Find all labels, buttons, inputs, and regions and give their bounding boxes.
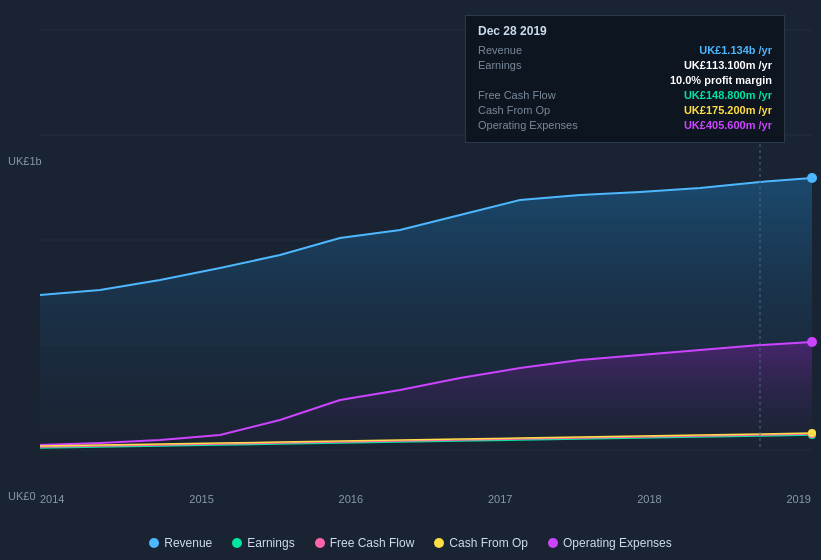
svg-point-12 [808,429,816,437]
legend-revenue-dot [149,538,159,548]
legend-revenue[interactable]: Revenue [149,536,212,550]
tooltip-free-cash-label: Free Cash Flow [478,89,598,101]
x-label-2018: 2018 [637,493,661,505]
legend-operating-expenses[interactable]: Operating Expenses [548,536,672,550]
chart-container: UK£1b UK£0 2014 2015 2016 2017 2018 2019… [0,0,821,560]
legend-free-cash-flow[interactable]: Free Cash Flow [315,536,415,550]
tooltip-op-exp-value: UK£405.600m /yr [684,119,772,131]
tooltip-revenue-row: Revenue UK£1.134b /yr [478,44,772,56]
y-axis-bottom-label: UK£0 [8,490,36,502]
tooltip-free-cash-value: UK£148.800m /yr [684,89,772,101]
tooltip-revenue-label: Revenue [478,44,598,56]
legend-cash-from-op[interactable]: Cash From Op [434,536,528,550]
x-label-2016: 2016 [339,493,363,505]
tooltip-earnings-value: UK£113.100m /yr [684,59,772,71]
legend-earnings-label: Earnings [247,536,294,550]
tooltip-cash-op-label: Cash From Op [478,104,598,116]
legend-cash-op-dot [434,538,444,548]
tooltip-earnings-row: Earnings UK£113.100m /yr [478,59,772,71]
legend-earnings-dot [232,538,242,548]
legend-free-cash-dot [315,538,325,548]
tooltip-cash-op-row: Cash From Op UK£175.200m /yr [478,104,772,116]
legend-earnings[interactable]: Earnings [232,536,294,550]
data-tooltip: Dec 28 2019 Revenue UK£1.134b /yr Earnin… [465,15,785,143]
tooltip-date: Dec 28 2019 [478,24,772,38]
legend-op-exp-label: Operating Expenses [563,536,672,550]
y-axis-top-label: UK£1b [8,155,42,167]
tooltip-profit-margin-row: 10.0% profit margin [478,74,772,86]
tooltip-op-exp-label: Operating Expenses [478,119,598,131]
x-label-2017: 2017 [488,493,512,505]
tooltip-profit-margin: 10.0% profit margin [670,74,772,86]
legend-free-cash-label: Free Cash Flow [330,536,415,550]
tooltip-revenue-value: UK£1.134b /yr [699,44,772,56]
x-axis-labels: 2014 2015 2016 2017 2018 2019 [40,493,811,505]
tooltip-earnings-label: Earnings [478,59,598,71]
svg-point-9 [807,337,817,347]
x-label-2015: 2015 [189,493,213,505]
legend-op-exp-dot [548,538,558,548]
tooltip-cash-op-value: UK£175.200m /yr [684,104,772,116]
svg-point-8 [807,173,817,183]
chart-legend: Revenue Earnings Free Cash Flow Cash Fro… [0,536,821,550]
legend-cash-op-label: Cash From Op [449,536,528,550]
legend-revenue-label: Revenue [164,536,212,550]
tooltip-op-exp-row: Operating Expenses UK£405.600m /yr [478,119,772,131]
x-label-2014: 2014 [40,493,64,505]
x-label-2019: 2019 [786,493,810,505]
tooltip-free-cash-row: Free Cash Flow UK£148.800m /yr [478,89,772,101]
